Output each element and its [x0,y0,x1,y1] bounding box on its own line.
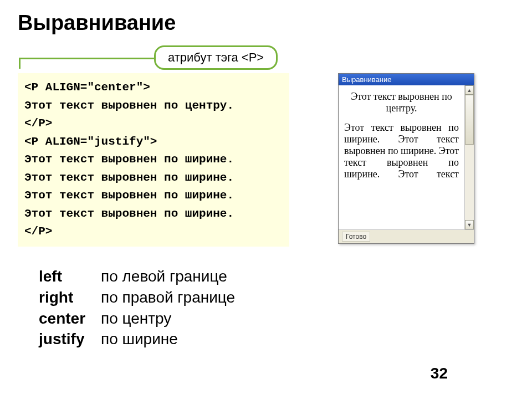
scroll-down-button[interactable]: ▼ [465,220,474,229]
code-line: </P> [24,115,284,133]
scroll-up-button[interactable]: ▲ [465,85,474,95]
definition-desc: по правой границе [101,287,235,308]
attribute-pill-label: атрибут тэга <P> [154,45,278,70]
code-line: </P> [24,223,284,241]
code-line: Этот текст выровнен по центру. [24,97,284,115]
definition-row: left по левой границе [39,266,235,287]
window-title: Выравнивание [342,75,391,84]
definition-term: right [39,287,101,308]
window-statusbar: Готово [339,229,474,243]
definition-desc: по левой границе [101,266,227,287]
preview-justified-paragraph: Этот текст выровнен по ширине. Этот текс… [344,122,459,180]
code-line: Этот текст выровнен по ширине. [24,187,284,205]
code-line: Этот текст выровнен по ширине. [24,205,284,223]
definition-row: justify по ширине [39,329,235,350]
page-number: 32 [431,365,448,382]
definition-term: justify [39,329,101,350]
definition-term: left [39,266,101,287]
status-text: Готово [342,232,370,242]
scroll-thumb[interactable] [465,95,474,145]
browser-preview-window: Выравнивание Этот текст выровнен по цент… [338,73,474,244]
code-example-block: <P ALIGN="center"> Этот текст выровнен п… [18,73,289,247]
definition-row: right по правой границе [39,287,235,308]
window-body: Этот текст выровнен по центру. Этот текс… [339,85,474,229]
scrollbar[interactable]: ▲ ▼ [464,85,474,229]
definition-term: center [39,308,101,329]
code-line: <P ALIGN="justify"> [24,133,284,151]
alignment-definitions: left по левой границе right по правой гр… [39,266,235,350]
code-line: Этот текст выровнен по ширине. [24,169,284,187]
connector-line-horizontal [19,58,156,59]
preview-centered-paragraph: Этот текст выровнен по центру. [344,91,459,114]
definition-desc: по ширине [101,329,178,350]
definition-desc: по центру [101,308,171,329]
window-titlebar: Выравнивание [339,74,474,85]
code-line: Этот текст выровнен по ширине. [24,151,284,169]
definition-row: center по центру [39,308,235,329]
slide-title: Выравнивание [18,11,176,35]
window-content: Этот текст выровнен по центру. Этот текс… [339,85,464,229]
scroll-track[interactable] [465,95,474,220]
connector-line-vertical [19,58,21,69]
code-line: <P ALIGN="center"> [24,79,284,97]
